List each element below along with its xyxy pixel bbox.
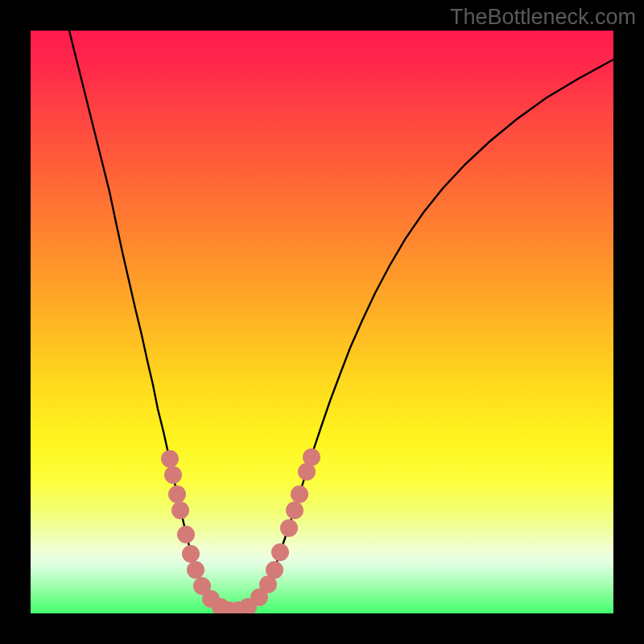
data-marker bbox=[271, 543, 289, 561]
data-marker bbox=[177, 526, 195, 543]
data-marker bbox=[164, 466, 182, 484]
data-marker bbox=[187, 561, 204, 579]
data-marker bbox=[291, 485, 308, 503]
data-marker bbox=[161, 450, 179, 468]
plot-area bbox=[31, 31, 613, 613]
chart-frame: TheBottleneck.com bbox=[0, 0, 644, 644]
chart-svg bbox=[31, 31, 613, 613]
data-marker bbox=[286, 502, 303, 519]
data-marker bbox=[303, 448, 320, 466]
bottleneck-curve bbox=[69, 31, 613, 612]
watermark-text: TheBottleneck.com bbox=[450, 5, 636, 30]
data-marker bbox=[266, 561, 283, 579]
data-marker bbox=[280, 519, 298, 537]
data-marker bbox=[168, 485, 186, 503]
data-marker bbox=[171, 502, 189, 519]
data-marker bbox=[182, 545, 200, 563]
